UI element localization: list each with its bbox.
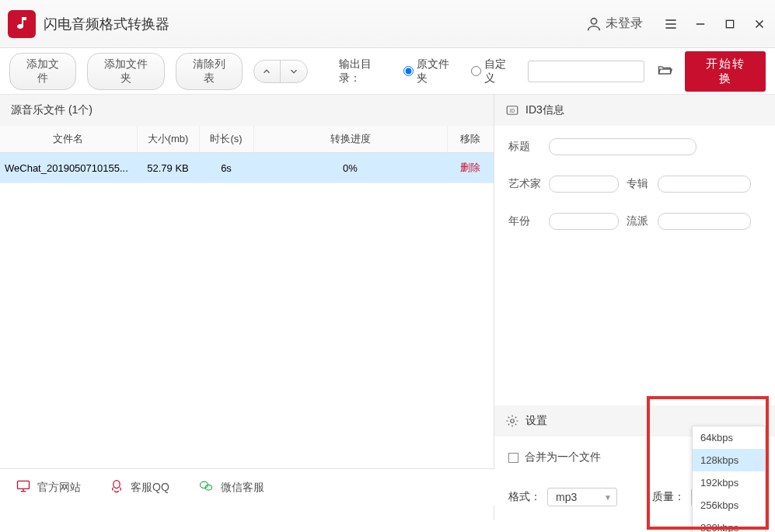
wechat-icon — [197, 478, 215, 496]
quality-option[interactable]: 192kbps — [693, 471, 765, 494]
title-bar: 闪电音频格式转换器 未登录 — [0, 0, 775, 48]
merge-checkbox[interactable] — [508, 453, 518, 463]
user-icon — [585, 16, 602, 33]
minimize-icon — [693, 17, 707, 31]
svg-point-5 — [113, 481, 120, 489]
output-dir-label: 输出目录： — [339, 57, 393, 85]
quality-dropdown: 64kbps 128kbps 192kbps 256kbps 320kbps — [692, 426, 766, 532]
close-button[interactable] — [752, 16, 767, 32]
svg-rect-0 — [726, 20, 733, 27]
gear-icon — [505, 414, 519, 428]
year-label: 年份 — [508, 214, 541, 228]
artist-label: 艺术家 — [508, 177, 541, 191]
app-title: 闪电音频格式转换器 — [44, 15, 585, 33]
monitor-icon — [16, 478, 31, 496]
footer: 官方网站 客服QQ 微信客服 — [0, 468, 494, 506]
svg-point-3 — [511, 419, 515, 423]
file-table: 文件名 大小(mb) 时长(s) 转换进度 移除 WeChat_20190507… — [0, 126, 494, 183]
cell-size: 52.79 KB — [137, 153, 199, 183]
wechat-link[interactable]: 微信客服 — [197, 478, 264, 496]
title-input[interactable] — [549, 138, 696, 155]
album-input[interactable] — [658, 176, 751, 193]
quality-option[interactable]: 320kbps — [693, 516, 765, 532]
cell-filename: WeChat_2019050710155... — [0, 153, 137, 183]
id3-form: 标题 艺术家 专辑 年份 流派 — [494, 126, 775, 405]
website-link[interactable]: 官方网站 — [16, 478, 81, 496]
album-label: 专辑 — [627, 177, 650, 191]
user-status-label: 未登录 — [606, 16, 643, 32]
merge-label: 合并为一个文件 — [525, 450, 601, 464]
quality-option[interactable]: 64kbps — [693, 426, 765, 449]
add-file-button[interactable]: 添加文件 — [9, 53, 76, 90]
col-duration: 时长(s) — [199, 126, 253, 153]
radio-source-folder[interactable]: 原文件夹 — [403, 57, 460, 85]
source-files-header: 源音乐文件 (1个) — [0, 95, 494, 126]
table-header-row: 文件名 大小(mb) 时长(s) 转换进度 移除 — [0, 126, 494, 153]
music-note-icon — [12, 15, 31, 33]
output-path-input[interactable] — [528, 61, 644, 82]
cell-progress: 0% — [253, 153, 447, 183]
col-progress: 转换进度 — [253, 126, 447, 153]
maximize-icon — [724, 18, 736, 30]
col-filename: 文件名 — [0, 126, 137, 153]
main-area: 源音乐文件 (1个) 文件名 大小(mb) 时长(s) 转换进度 移除 WeCh… — [0, 95, 775, 520]
genre-label: 流派 — [627, 214, 650, 228]
move-down-button[interactable] — [281, 61, 307, 82]
start-convert-button[interactable]: 开始转换 — [685, 51, 766, 92]
id3-header: ID ID3信息 — [494, 95, 775, 126]
col-size: 大小(mb) — [137, 126, 199, 153]
genre-input[interactable] — [658, 213, 751, 230]
folder-open-icon — [655, 62, 674, 78]
toolbar: 添加文件 添加文件夹 清除列表 输出目录： 原文件夹 自定义 开始转换 — [0, 48, 775, 95]
format-combo[interactable]: mp3 ▼ — [547, 488, 617, 506]
clear-list-button[interactable]: 清除列表 — [176, 53, 243, 90]
quality-option[interactable]: 256kbps — [693, 494, 765, 516]
cell-remove: 删除 — [447, 153, 494, 183]
user-login-area[interactable]: 未登录 — [585, 16, 643, 33]
svg-text:ID: ID — [510, 108, 515, 113]
minimize-button[interactable] — [693, 16, 708, 32]
format-label: 格式： — [508, 490, 541, 504]
table-row[interactable]: WeChat_2019050710155... 52.79 KB 6s 0% 删… — [0, 153, 494, 183]
radio-source-input[interactable] — [403, 66, 414, 76]
menu-button[interactable] — [663, 16, 679, 32]
title-label: 标题 — [508, 140, 541, 154]
quality-label: 质量： — [652, 490, 685, 504]
reorder-group — [253, 60, 308, 83]
radio-custom-folder[interactable]: 自定义 — [471, 57, 517, 85]
chevron-down-icon — [288, 66, 299, 77]
add-folder-button[interactable]: 添加文件夹 — [87, 53, 165, 90]
id-icon: ID — [505, 103, 519, 117]
move-up-button[interactable] — [254, 61, 281, 82]
artist-input[interactable] — [549, 176, 619, 193]
cell-duration: 6s — [199, 153, 253, 183]
app-logo — [8, 10, 36, 38]
col-remove: 移除 — [447, 126, 494, 153]
delete-link[interactable]: 删除 — [460, 162, 480, 173]
left-pane: 源音乐文件 (1个) 文件名 大小(mb) 时长(s) 转换进度 移除 WeCh… — [0, 95, 494, 520]
close-icon — [752, 17, 766, 31]
maximize-button[interactable] — [722, 16, 738, 32]
chevron-down-icon: ▼ — [604, 493, 612, 502]
svg-rect-4 — [18, 481, 30, 489]
chevron-up-icon — [261, 66, 272, 77]
radio-custom-input[interactable] — [471, 66, 481, 76]
year-input[interactable] — [549, 213, 619, 230]
browse-folder-button[interactable] — [655, 62, 674, 81]
quality-option[interactable]: 128kbps — [693, 449, 765, 471]
qq-icon — [109, 478, 124, 496]
qq-link[interactable]: 客服QQ — [109, 478, 169, 496]
hamburger-icon — [663, 16, 679, 32]
